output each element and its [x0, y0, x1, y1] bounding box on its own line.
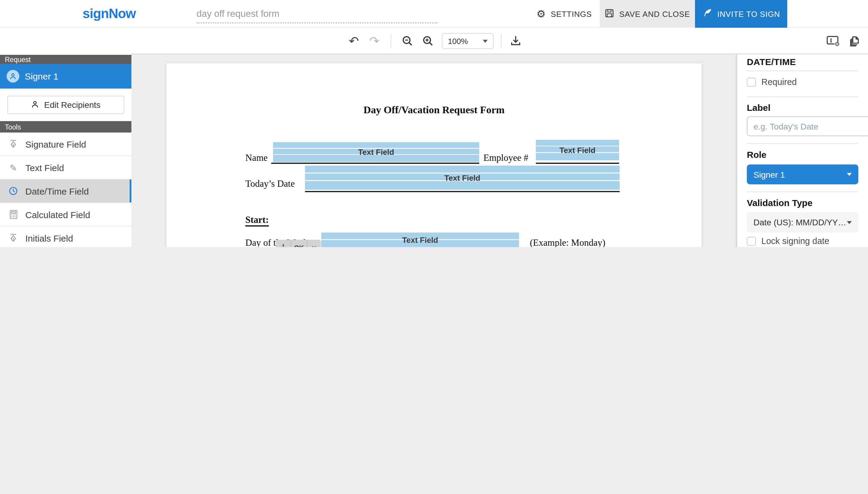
request-section-header: Request [0, 55, 131, 64]
zoom-out-button[interactable] [402, 35, 413, 47]
start-heading: Start: [245, 214, 269, 227]
pages-copy-button[interactable] [849, 35, 861, 50]
clock-icon [8, 186, 19, 196]
lock-signing-date-checkbox[interactable] [747, 236, 756, 246]
feather-icon [702, 8, 713, 20]
example-monday-text: (Example: Monday) [530, 238, 606, 247]
tools-section-header: Tools [0, 121, 131, 133]
sidebar-item-label: Text Field [25, 163, 64, 173]
form-line [271, 163, 479, 164]
chevron-down-icon [847, 173, 852, 176]
sidebar-item-label: Signature Field [25, 139, 86, 149]
form-line [536, 163, 619, 164]
app-header: signNow ⚙ SETTINGS SAVE AND CLOSE INVITE… [0, 0, 868, 28]
undo-button[interactable]: ↶ [346, 34, 362, 48]
save-icon [605, 8, 614, 20]
chevron-down-icon [847, 221, 852, 224]
signer-avatar [7, 70, 19, 82]
form-title: Day Off/Vacation Request Form [166, 104, 702, 116]
toolbar-divider [391, 34, 391, 48]
sidebar-item-label: Calculated Field [25, 209, 90, 220]
text-field-day-of-week[interactable]: Text Field [321, 232, 519, 247]
document-page: Day Off/Vacation Request Form Name Text … [166, 63, 702, 247]
gear-icon: ⚙ [536, 9, 546, 19]
settings-button[interactable]: ⚙ SETTINGS [531, 0, 598, 28]
sidebar-item-calculated-field[interactable]: Calculated Field [0, 203, 131, 227]
zoom-level-select[interactable]: 100% [442, 33, 494, 49]
settings-label: SETTINGS [551, 10, 592, 18]
fields-sidebar: Request Signer 1 Edit Recipients Tools S… [0, 52, 131, 247]
zoom-level-value: 100% [448, 36, 468, 45]
calculator-icon [8, 209, 19, 220]
editor-toolbar: ↶ ↷ 100% I⚙ [0, 28, 868, 54]
text-field-name[interactable]: Text Field [273, 142, 479, 162]
signer-role-item[interactable]: Signer 1 [0, 64, 131, 89]
save-and-close-label: SAVE AND CLOSE [620, 10, 690, 18]
label-heading: Label [747, 102, 858, 113]
sidebar-item-label: Date/Time Field [25, 186, 89, 196]
sidebar-item-signature-field[interactable]: Signature Field [0, 133, 131, 156]
field-properties-panel: DATE/TIME Required Label Role Signer 1 V… [737, 54, 868, 247]
redo-button[interactable]: ↷ [367, 34, 382, 48]
text-field-todays-date[interactable]: Text Field [305, 166, 620, 190]
toolbar-divider [501, 34, 501, 48]
invite-to-sign-label: INVITE TO SIGN [717, 10, 780, 18]
svg-text:⚙: ⚙ [834, 41, 840, 47]
validation-type-value: Date (US): MM/DD/YY… [754, 217, 846, 227]
field-close-button[interactable]: × [307, 240, 321, 247]
edit-recipients-label: Edit Recipients [44, 100, 101, 110]
download-button[interactable] [510, 35, 521, 46]
sidebar-item-text-field[interactable]: ✎ Text Field [0, 156, 131, 179]
field-settings-button[interactable]: I⚙ [826, 36, 840, 50]
sidebar-item-date-time-field[interactable]: Date/Time Field [0, 179, 131, 203]
role-heading: Role [747, 149, 858, 160]
zoom-in-button[interactable] [422, 35, 434, 47]
pen-nib-icon [8, 138, 19, 149]
validation-type-select[interactable]: Date (US): MM/DD/YY… [747, 212, 858, 232]
todays-date-label: Today’s Date [245, 178, 295, 189]
svg-text:I: I [830, 37, 832, 44]
signer-name-label: Signer 1 [25, 71, 58, 81]
role-value: Signer 1 [754, 170, 785, 179]
name-label: Name [245, 152, 267, 163]
pencil-icon: ✎ [8, 162, 19, 173]
document-title-input[interactable] [197, 5, 438, 23]
lock-signing-date-label: Lock signing date [761, 236, 829, 246]
text-field-employee[interactable]: Text Field [536, 140, 619, 160]
panel-title: DATE/TIME [747, 57, 858, 67]
signnow-editor: signNow ⚙ SETTINGS SAVE AND CLOSE INVITE… [0, 0, 868, 247]
document-canvas: Day Off/Vacation Request Form Name Text … [131, 54, 737, 247]
move-handle-icon[interactable] [276, 240, 291, 247]
chevron-down-icon [483, 39, 488, 42]
invite-to-sign-button[interactable]: INVITE TO SIGN [695, 0, 787, 28]
sidebar-item-label: Initials Field [25, 233, 73, 243]
field-action-toolbar: OK × [276, 240, 321, 247]
pen-nib-icon [8, 232, 19, 243]
field-ok-button[interactable]: OK [291, 240, 307, 247]
edit-recipients-button[interactable]: Edit Recipients [7, 96, 124, 114]
required-label: Required [761, 77, 797, 87]
required-checkbox-row[interactable]: Required [747, 77, 858, 87]
form-line [305, 191, 620, 192]
save-and-close-button[interactable]: SAVE AND CLOSE [600, 0, 695, 28]
signnow-logo: signNow [82, 0, 136, 28]
role-select[interactable]: Signer 1 [747, 165, 858, 184]
validation-type-heading: Validation Type [747, 197, 858, 208]
employee-label: Employee # [483, 152, 528, 163]
required-checkbox[interactable] [747, 77, 756, 87]
label-input[interactable] [747, 116, 868, 136]
sidebar-item-initials-field[interactable]: Initials Field [0, 227, 131, 247]
person-icon [31, 100, 39, 110]
lock-signing-date-row[interactable]: Lock signing date [747, 236, 858, 246]
